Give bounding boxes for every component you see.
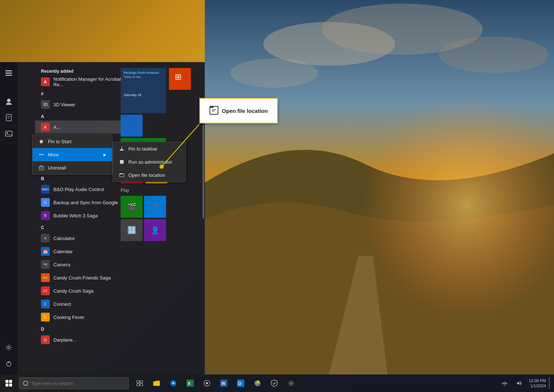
tile-blue-blank[interactable] [121, 115, 143, 137]
callout-icon [210, 105, 218, 117]
taskbar-excel[interactable]: X [182, 375, 198, 391]
svg-rect-38 [140, 384, 143, 386]
svg-rect-5 [205, 0, 554, 374]
svg-rect-21 [39, 167, 44, 170]
svg-rect-7 [5, 73, 12, 73]
app-icon-calendar: 📅 [41, 247, 50, 256]
clock-date: 1/1/2024 [529, 383, 546, 388]
search-magnifier-icon [23, 381, 28, 386]
taskbar-search-box[interactable] [19, 377, 129, 389]
app-icon-candy-crush: CC [41, 286, 50, 295]
taskbar-cortana[interactable] [199, 375, 215, 391]
sidebar-documents[interactable] [1, 110, 16, 125]
context-menu-main: Pin to Start More ▶ Uninstall [32, 134, 113, 175]
context-run-admin[interactable]: Run as administrator [113, 155, 185, 168]
tile-amazon-package[interactable]: Package from Amazon Today all day Saturd… [121, 68, 166, 113]
context-pin-to-start[interactable]: Pin to Start [33, 135, 112, 148]
open-file-icon [119, 172, 125, 178]
app-icon-connect: C [41, 300, 50, 308]
more-icon [38, 152, 44, 157]
tiles-panel: Package from Amazon Today all day Saturd… [116, 62, 205, 374]
clock-time: 12:00 PM [529, 378, 546, 383]
tile-amazon-label: Package from Amazon [124, 71, 163, 75]
svg-rect-10 [6, 114, 11, 121]
tile-office365[interactable]: ⊞ [169, 68, 191, 90]
svg-rect-26 [120, 160, 124, 164]
tray-show-desktop[interactable] [549, 375, 551, 391]
taskbar-outlook[interactable]: O [233, 375, 249, 391]
svg-rect-13 [5, 131, 12, 136]
tile-play-video[interactable]: 🎬 [121, 196, 143, 218]
pin-to-start-icon [38, 138, 44, 144]
tiles-play-label: Play [121, 188, 200, 193]
sidebar-power[interactable] [1, 356, 16, 371]
pin-taskbar-icon [119, 146, 125, 152]
tray-volume[interactable] [513, 375, 526, 391]
app-name-backup: Backup and Sync from Google [53, 200, 123, 205]
sidebar-pictures[interactable] [1, 126, 16, 141]
callout-text: Open file location [222, 108, 268, 114]
svg-point-9 [7, 99, 11, 102]
svg-rect-37 [137, 384, 139, 386]
taskbar-security[interactable] [266, 375, 282, 391]
app-icon-3d: 3D [41, 100, 50, 109]
taskbar-file-explorer[interactable] [148, 375, 165, 391]
app-icon-camera: 📷 [41, 260, 50, 269]
svg-rect-6 [5, 71, 12, 71]
tile-play-calc[interactable]: 🔢 [121, 219, 143, 241]
app-icon-cooking: C [41, 313, 50, 321]
windows-logo-icon [5, 380, 12, 387]
svg-point-52 [504, 385, 505, 386]
app-icon-backup: G [41, 198, 50, 207]
svg-rect-35 [137, 381, 139, 383]
run-admin-label: Run as administrator [128, 159, 172, 165]
tile-play-user[interactable]: 👤 [144, 219, 166, 241]
callout-open-file-location: Open file location [199, 98, 278, 123]
tile-play-music[interactable]: 🎵 [144, 196, 166, 218]
tile-play-user-icon: 👤 [151, 226, 160, 235]
svg-point-44 [206, 382, 208, 384]
open-file-location-label: Open file location [128, 172, 165, 178]
start-menu: Recently added A Notification Manager fo… [18, 62, 205, 374]
context-menu-sub: Pin to taskbar Run as administrator Open… [113, 142, 186, 182]
tile-play-music-icon: 🎵 [151, 202, 160, 211]
svg-rect-8 [5, 75, 12, 76]
svg-rect-30 [210, 106, 214, 108]
tray-network[interactable] [498, 375, 511, 391]
svg-point-40 [173, 383, 174, 384]
svg-text:W: W [221, 381, 226, 386]
more-label: More [48, 152, 59, 157]
search-input[interactable] [31, 381, 125, 386]
context-uninstall[interactable]: Uninstall [33, 161, 112, 174]
svg-point-15 [8, 346, 10, 349]
taskbar-chrome[interactable] [249, 375, 265, 391]
play-tiles-grid: 🎬 🎵 🔢 👤 [121, 196, 200, 241]
uninstall-icon [38, 165, 44, 171]
taskbar-word[interactable]: W [216, 375, 232, 391]
sidebar-profile[interactable] [1, 94, 16, 109]
pin-to-start-label: Pin to Start [48, 139, 71, 144]
svg-rect-25 [121, 147, 122, 149]
context-pin-taskbar[interactable]: Pin to taskbar [113, 142, 185, 155]
tray-clock[interactable]: 12:00 PM 1/1/2024 [527, 378, 547, 389]
app-icon-bo: B&O [41, 185, 50, 194]
context-more[interactable]: More ▶ [33, 148, 112, 161]
run-admin-icon [119, 159, 125, 165]
taskbar-browser[interactable] [165, 375, 181, 391]
taskbar-task-view[interactable] [132, 375, 148, 391]
scroll-indicator[interactable] [203, 125, 204, 218]
sidebar-settings[interactable] [1, 340, 16, 355]
app-icon-candy-friends: CC [41, 273, 50, 282]
svg-text:O: O [238, 381, 241, 386]
taskbar-settings[interactable] [283, 375, 299, 391]
more-arrow-icon: ▶ [103, 153, 106, 157]
sidebar-bottom [1, 340, 16, 371]
context-open-file-location[interactable]: Open file location [113, 168, 185, 182]
app-icon-notification: A [41, 77, 50, 86]
tile-play-video-icon: 🎬 [127, 202, 136, 211]
sidebar-hamburger[interactable] [1, 66, 16, 80]
app-icon-a1: A [41, 123, 50, 132]
taskbar-start-button[interactable] [0, 374, 18, 392]
pin-taskbar-label: Pin to taskbar [128, 146, 158, 152]
svg-text:X: X [188, 381, 191, 386]
